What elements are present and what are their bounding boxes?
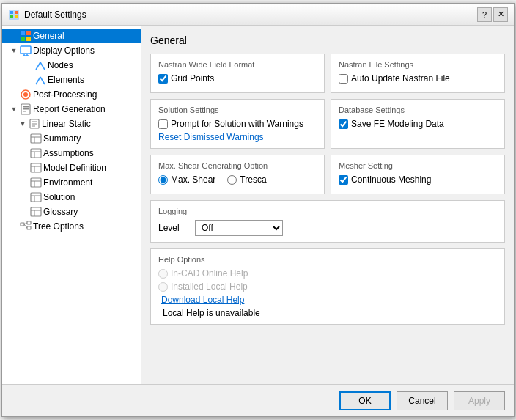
main-content: General Nastran Wide Field Format Grid P… [141,26,514,384]
sidebar-item-assumptions[interactable]: Assumptions [2,146,141,161]
sidebar-item-post-processing[interactable]: Post-Processing [2,87,141,102]
tresca-radio[interactable] [227,175,237,185]
max-shear-option: Max. Shear [158,174,215,185]
solution-settings-label: Solution Settings [158,106,317,114]
tree-options-icon [20,221,32,232]
sidebar-item-nodes-label: Nodes [48,60,73,70]
sidebar-item-model-definition[interactable]: Model Definition [2,161,141,175]
prompt-checkbox[interactable] [158,119,168,129]
save-fe-label: Save FE Modeling Data [351,119,444,129]
dialog-body: General ▼ Display Options [2,26,514,384]
general-icon [20,30,32,42]
max-shear-radio[interactable] [158,175,168,185]
grid-points-checkbox[interactable] [158,74,168,84]
sidebar-item-environment[interactable]: Environment [2,175,141,190]
svg-rect-33 [31,163,41,172]
panels-row-1: Nastran Wide Field Format Grid Points Na… [150,54,505,93]
grid-points-row: Grid Points [158,73,317,84]
save-fe-checkbox[interactable] [339,119,348,129]
close-button[interactable]: ✕ [493,7,508,22]
svg-line-14 [40,62,45,70]
max-shear-label: Max. Shear Generating Option [158,161,317,170]
solution-icon [30,191,42,203]
mesher-setting-panel: Mesher Setting Continuous Meshing [331,155,505,194]
level-label: Level [158,223,188,233]
sidebar-item-general-label: General [33,31,64,41]
svg-rect-30 [31,149,41,158]
help-options-panel: Help Options In-CAD Online Help Installe… [150,248,505,325]
help-unavailable-text: Local Help is unavailable [161,308,260,318]
prompt-label: Prompt for Solution with Warnings [171,119,303,129]
reset-dismissed-link[interactable]: Reset Dismissed Warnings [158,132,264,142]
summary-icon [30,133,42,144]
solution-settings-panel: Solution Settings Prompt for Solution wi… [150,99,325,149]
expand-icon-elements [23,74,34,86]
cancel-button[interactable]: Cancel [397,391,448,410]
sidebar-item-nodes[interactable]: Nodes [2,58,141,73]
post-processing-icon [20,89,32,100]
sidebar-item-solution[interactable]: Solution [2,190,141,205]
sidebar-item-elements[interactable]: Elements [2,73,141,87]
logging-panel: Logging Level Off Low Medium High [150,200,505,243]
prompt-row: Prompt for Solution with Warnings [158,119,317,129]
section-title: General [150,34,505,46]
environment-icon [30,177,42,188]
title-bar: Default Settings ? ✕ [2,4,514,26]
linear-static-icon [29,118,40,130]
sidebar-item-linear-static[interactable]: ▼ Linear Static [2,117,141,131]
save-fe-row: Save FE Modeling Data [339,119,497,129]
ok-button[interactable]: OK [339,391,391,410]
svg-line-49 [24,224,27,228]
sidebar-item-summary[interactable]: Summary [2,131,141,146]
panels-row-2: Solution Settings Prompt for Solution wi… [150,99,505,149]
sidebar-item-report-generation[interactable]: ▼ Report Generation [2,102,141,117]
svg-line-15 [36,77,40,84]
sidebar-item-model-label: Model Definition [43,163,106,173]
auto-update-checkbox[interactable] [339,74,348,84]
expand-icon-display: ▼ [8,45,20,56]
continuous-meshing-label: Continuous Meshing [351,174,431,185]
sidebar-item-display-label: Display Options [33,45,95,56]
installed-local-radio[interactable] [158,282,168,292]
sidebar-item-linear-label: Linear Static [42,119,91,129]
continuous-meshing-checkbox[interactable] [339,175,348,185]
svg-rect-27 [31,134,41,143]
glossary-icon [30,206,42,218]
grid-points-label: Grid Points [171,73,214,84]
app-icon [8,9,20,21]
installed-local-label: Installed Local Help [171,281,248,292]
model-definition-icon [30,162,42,174]
help-button[interactable]: ? [477,7,492,22]
title-bar-buttons: ? ✕ [477,7,508,22]
sidebar-item-display-options[interactable]: ▼ Display Options [2,43,141,58]
logging-level-select[interactable]: Off Low Medium High [195,220,283,236]
sidebar-item-glossary[interactable]: Glossary [2,205,141,219]
svg-rect-6 [26,31,31,35]
max-shear-panel: Max. Shear Generating Option Max. Shear … [150,155,325,194]
apply-button[interactable]: Apply [454,391,505,410]
svg-rect-22 [23,111,26,112]
in-cad-radio[interactable] [158,269,168,279]
svg-rect-1 [10,11,13,14]
svg-rect-3 [10,15,13,18]
sidebar-item-tree-options[interactable]: Tree Options [2,219,141,234]
nastran-wide-field-panel: Nastran Wide Field Format Grid Points [150,54,325,93]
mesher-setting-label: Mesher Setting [339,161,497,170]
sidebar-item-glossary-label: Glossary [43,207,78,217]
expand-icon-tree [8,221,20,232]
svg-rect-21 [23,108,29,110]
svg-rect-8 [26,37,31,41]
expand-icon-nodes [23,59,34,71]
sidebar-item-assumptions-label: Assumptions [43,148,94,158]
tresca-option: Tresca [227,174,266,185]
title-bar-left: Default Settings [8,9,86,21]
svg-rect-4 [15,15,18,18]
database-settings-label: Database Settings [339,106,497,114]
sidebar-item-report-label: Report Generation [33,104,106,114]
sidebar-item-general[interactable]: General [2,29,141,43]
max-shear-radio-row: Max. Shear Tresca [158,174,317,185]
expand-icon-linear: ▼ [17,118,29,130]
expand-icon-post [8,89,20,100]
download-local-help-link[interactable]: Download Local Help [161,295,244,305]
nodes-icon [34,59,46,71]
